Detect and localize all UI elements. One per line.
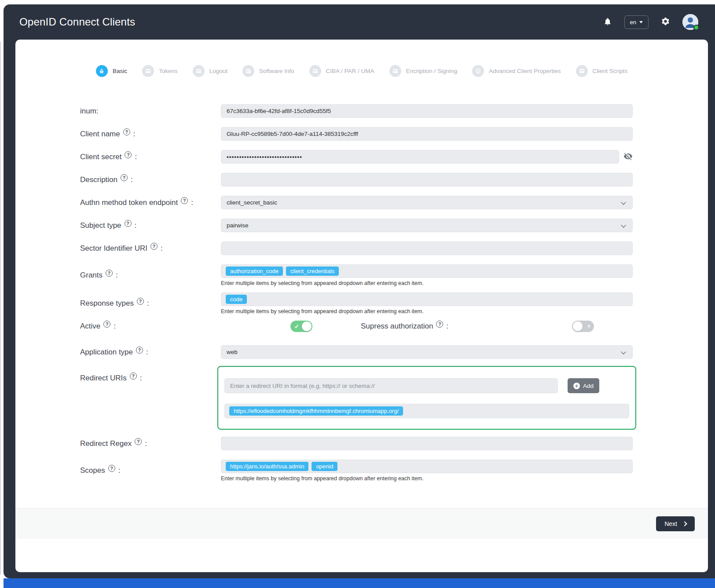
- field-row-authn-method: Authn method token endpoint ? : client_s…: [80, 196, 633, 209]
- left-edge-divider: [0, 42, 1, 575]
- field-row-scopes: Scopes ? : https://jans.io/auth/ssa.admi…: [80, 460, 633, 482]
- screen: OpenID Connect Clients en: [0, 0, 715, 588]
- response-type-tag[interactable]: code: [226, 295, 247, 304]
- help-icon[interactable]: ?: [123, 128, 130, 135]
- content-card: Basic Tokens Logout: [15, 40, 708, 572]
- toggle-secret-visibility-button[interactable]: [623, 152, 633, 162]
- subject-type-select[interactable]: pairwise: [221, 219, 633, 232]
- help-icon[interactable]: ?: [136, 347, 143, 354]
- active-label: Active ? :: [80, 322, 221, 331]
- description-input[interactable]: [221, 173, 633, 186]
- card-icon: [142, 65, 154, 77]
- sector-identifier-uri-input[interactable]: [221, 241, 633, 255]
- top-bar: OpenID Connect Clients en: [4, 4, 715, 40]
- step-tokens[interactable]: Tokens: [142, 65, 178, 77]
- next-button[interactable]: Next: [656, 516, 695, 531]
- client-secret-label: Client secret ? :: [80, 153, 221, 161]
- redirect-uris-list[interactable]: https://efloodedcomholdmgmkfhhmmlnnbemgf…: [224, 404, 629, 418]
- scopes-helper-text: Enter multiple items by selecting from a…: [221, 475, 633, 482]
- chevron-down-icon: [621, 223, 626, 227]
- step-label: Client Scripts: [593, 68, 628, 74]
- grants-label: Grants ? :: [80, 271, 221, 280]
- field-row-client-name: Client name ? :: [80, 127, 633, 141]
- client-secret-input[interactable]: [221, 150, 619, 164]
- eye-slash-icon: [623, 152, 633, 162]
- step-software-info[interactable]: Software Info: [242, 65, 294, 77]
- field-row-description: Description ? :: [80, 173, 633, 186]
- chevron-down-icon: [621, 349, 626, 354]
- grants-input[interactable]: authorization_code client_credentials: [221, 264, 633, 278]
- help-icon[interactable]: ?: [135, 438, 142, 445]
- grant-tag[interactable]: authorization_code: [226, 267, 283, 276]
- language-selector[interactable]: en: [624, 15, 649, 29]
- card-icon: [389, 65, 401, 77]
- bell-icon: [603, 17, 612, 28]
- authn-method-select[interactable]: client_secret_basic: [221, 196, 633, 209]
- help-icon[interactable]: ?: [436, 321, 443, 328]
- help-icon[interactable]: ?: [125, 220, 132, 227]
- step-label: CIBA / PAR / UMA: [326, 68, 374, 74]
- active-toggle[interactable]: ✓: [290, 321, 312, 332]
- scopes-input[interactable]: https://jans.io/auth/ssa.admin openid: [221, 460, 633, 473]
- client-form: inum: Client name ? : Client secret: [15, 77, 708, 488]
- inum-input[interactable]: [221, 104, 633, 118]
- scope-tag[interactable]: openid: [312, 462, 337, 471]
- online-status-dot: [693, 25, 699, 30]
- card-bottom-spacer: [15, 539, 708, 559]
- card-icon: [242, 65, 254, 77]
- step-label: Basic: [113, 68, 127, 74]
- redirect-uri-tag[interactable]: https://efloodedcomholdmgmkfhhmmlnnbemgf…: [229, 406, 403, 416]
- chevron-down-icon: [639, 21, 643, 23]
- sector-identifier-uri-label: Sector Identifier URI ? :: [80, 244, 221, 253]
- wizard-steps: Basic Tokens Logout: [15, 40, 708, 77]
- redirect-uri-input[interactable]: [224, 378, 558, 393]
- step-advanced-client-properties[interactable]: Advanced Client Properties: [472, 65, 561, 77]
- user-avatar[interactable]: [682, 14, 698, 30]
- step-client-scripts[interactable]: Client Scripts: [576, 65, 628, 77]
- compass-icon: [472, 65, 484, 77]
- help-icon[interactable]: ?: [130, 373, 137, 380]
- redirect-regex-input[interactable]: [221, 437, 633, 450]
- step-label: Software Info: [259, 68, 294, 74]
- help-icon[interactable]: ?: [125, 151, 132, 158]
- help-icon[interactable]: ?: [106, 270, 113, 277]
- redirect-uris-highlight-box: + Add https://efloodedcomholdmgmkfhhmmln…: [217, 366, 636, 430]
- inum-label: inum:: [80, 107, 221, 116]
- supress-authorization-toggle[interactable]: ×: [572, 321, 594, 332]
- description-label: Description ? :: [80, 175, 221, 184]
- app-frame: OpenID Connect Clients en: [4, 4, 715, 578]
- form-footer: Next: [15, 508, 708, 539]
- help-icon[interactable]: ?: [103, 321, 110, 328]
- card-icon: [576, 65, 588, 77]
- step-basic[interactable]: Basic: [96, 65, 127, 77]
- step-label: Encription / Signing: [406, 68, 457, 74]
- client-name-label: Client name ? :: [80, 130, 221, 139]
- bottom-accent-bar: [4, 578, 715, 588]
- add-redirect-uri-button[interactable]: + Add: [568, 378, 599, 393]
- step-ciba-par-uma[interactable]: CIBA / PAR / UMA: [309, 65, 374, 77]
- help-icon[interactable]: ?: [150, 243, 158, 250]
- check-icon: ✓: [294, 323, 299, 330]
- client-name-input[interactable]: [221, 127, 633, 141]
- step-encription-signing[interactable]: Encription / Signing: [389, 65, 457, 77]
- notifications-button[interactable]: [603, 17, 612, 28]
- top-bar-actions: en: [603, 14, 698, 30]
- step-label: Logout: [209, 68, 227, 74]
- help-icon[interactable]: ?: [108, 465, 115, 472]
- scope-tag[interactable]: https://jans.io/auth/ssa.admin: [226, 462, 308, 471]
- help-icon[interactable]: ?: [137, 298, 144, 305]
- response-types-input[interactable]: code: [221, 292, 633, 306]
- field-row-redirect-uris: Redirect URIs ? : + Add: [80, 366, 633, 430]
- help-icon[interactable]: ?: [181, 197, 188, 204]
- authn-method-value: client_secret_basic: [227, 199, 277, 206]
- step-label: Advanced Client Properties: [489, 68, 561, 74]
- help-icon[interactable]: ?: [121, 174, 128, 181]
- grant-tag[interactable]: client_credentials: [286, 267, 339, 276]
- application-type-value: web: [227, 349, 238, 355]
- application-type-select[interactable]: web: [221, 345, 633, 359]
- field-row-grants: Grants ? : authorization_code client_cre…: [80, 264, 633, 286]
- authn-method-label: Authn method token endpoint ? :: [80, 198, 221, 207]
- response-types-label: Response types ? :: [80, 299, 221, 308]
- settings-button[interactable]: [661, 17, 670, 27]
- step-logout[interactable]: Logout: [193, 65, 227, 77]
